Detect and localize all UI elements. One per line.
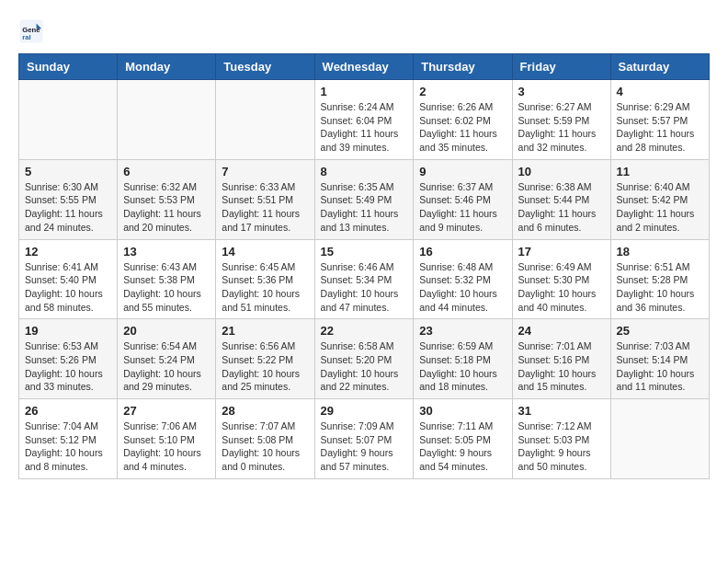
day-info: Sunrise: 6:29 AM Sunset: 5:57 PM Dayligh… bbox=[617, 100, 703, 155]
day-info: Sunrise: 7:01 AM Sunset: 5:16 PM Dayligh… bbox=[518, 339, 605, 394]
calendar-cell bbox=[118, 80, 216, 160]
calendar-cell bbox=[19, 80, 118, 160]
calendar-cell: 5Sunrise: 6:30 AM Sunset: 5:55 PM Daylig… bbox=[19, 159, 118, 239]
day-info: Sunrise: 6:27 AM Sunset: 5:59 PM Dayligh… bbox=[518, 100, 605, 155]
day-number: 17 bbox=[518, 245, 605, 259]
day-info: Sunrise: 6:26 AM Sunset: 6:02 PM Dayligh… bbox=[419, 100, 506, 155]
day-info: Sunrise: 7:07 AM Sunset: 5:08 PM Dayligh… bbox=[222, 419, 308, 474]
day-number: 21 bbox=[222, 324, 308, 338]
calendar-week-row: 19Sunrise: 6:53 AM Sunset: 5:26 PM Dayli… bbox=[19, 319, 710, 399]
svg-text:ral: ral bbox=[22, 33, 30, 41]
calendar-week-row: 1Sunrise: 6:24 AM Sunset: 6:04 PM Daylig… bbox=[19, 80, 710, 160]
day-info: Sunrise: 6:41 AM Sunset: 5:40 PM Dayligh… bbox=[25, 260, 111, 315]
day-number: 19 bbox=[25, 324, 111, 338]
calendar-cell: 19Sunrise: 6:53 AM Sunset: 5:26 PM Dayli… bbox=[19, 319, 118, 399]
day-number: 2 bbox=[419, 85, 506, 98]
weekday-header-tuesday: Tuesday bbox=[216, 54, 314, 80]
weekday-header-monday: Monday bbox=[118, 54, 216, 80]
day-number: 10 bbox=[518, 165, 605, 178]
day-number: 24 bbox=[518, 324, 605, 338]
day-number: 1 bbox=[321, 85, 408, 98]
day-info: Sunrise: 6:43 AM Sunset: 5:38 PM Dayligh… bbox=[123, 260, 210, 315]
calendar-cell: 6Sunrise: 6:32 AM Sunset: 5:53 PM Daylig… bbox=[118, 159, 216, 239]
calendar-cell: 10Sunrise: 6:38 AM Sunset: 5:44 PM Dayli… bbox=[512, 159, 610, 239]
day-number: 31 bbox=[518, 404, 605, 418]
calendar-cell: 20Sunrise: 6:54 AM Sunset: 5:24 PM Dayli… bbox=[118, 319, 216, 399]
day-info: Sunrise: 6:37 AM Sunset: 5:46 PM Dayligh… bbox=[419, 180, 506, 235]
calendar-cell: 29Sunrise: 7:09 AM Sunset: 5:07 PM Dayli… bbox=[314, 399, 414, 479]
calendar-week-row: 12Sunrise: 6:41 AM Sunset: 5:40 PM Dayli… bbox=[19, 239, 710, 319]
day-info: Sunrise: 7:03 AM Sunset: 5:14 PM Dayligh… bbox=[617, 339, 703, 394]
logo-icon: Gene ral bbox=[18, 18, 44, 44]
day-info: Sunrise: 6:59 AM Sunset: 5:18 PM Dayligh… bbox=[419, 339, 506, 394]
day-number: 26 bbox=[25, 404, 111, 418]
calendar-cell: 1Sunrise: 6:24 AM Sunset: 6:04 PM Daylig… bbox=[314, 80, 414, 160]
day-info: Sunrise: 6:33 AM Sunset: 5:51 PM Dayligh… bbox=[222, 180, 308, 235]
day-info: Sunrise: 6:53 AM Sunset: 5:26 PM Dayligh… bbox=[25, 339, 111, 394]
day-number: 25 bbox=[617, 324, 703, 338]
day-info: Sunrise: 6:30 AM Sunset: 5:55 PM Dayligh… bbox=[25, 180, 111, 235]
weekday-header-row: SundayMondayTuesdayWednesdayThursdayFrid… bbox=[19, 54, 710, 80]
calendar-cell: 2Sunrise: 6:26 AM Sunset: 6:02 PM Daylig… bbox=[414, 80, 512, 160]
day-number: 5 bbox=[25, 165, 111, 178]
day-info: Sunrise: 6:56 AM Sunset: 5:22 PM Dayligh… bbox=[222, 339, 308, 394]
day-info: Sunrise: 6:24 AM Sunset: 6:04 PM Dayligh… bbox=[321, 100, 408, 155]
day-number: 29 bbox=[321, 404, 408, 418]
day-info: Sunrise: 7:04 AM Sunset: 5:12 PM Dayligh… bbox=[25, 419, 111, 474]
calendar-cell: 16Sunrise: 6:48 AM Sunset: 5:32 PM Dayli… bbox=[414, 239, 512, 319]
calendar-cell: 9Sunrise: 6:37 AM Sunset: 5:46 PM Daylig… bbox=[414, 159, 512, 239]
day-info: Sunrise: 6:48 AM Sunset: 5:32 PM Dayligh… bbox=[419, 260, 506, 315]
weekday-header-friday: Friday bbox=[512, 54, 610, 80]
day-info: Sunrise: 7:12 AM Sunset: 5:03 PM Dayligh… bbox=[518, 419, 605, 474]
calendar-cell bbox=[216, 80, 314, 160]
logo: Gene ral bbox=[18, 18, 46, 44]
weekday-header-sunday: Sunday bbox=[19, 54, 118, 80]
day-number: 11 bbox=[617, 165, 703, 178]
day-info: Sunrise: 6:49 AM Sunset: 5:30 PM Dayligh… bbox=[518, 260, 605, 315]
day-info: Sunrise: 7:11 AM Sunset: 5:05 PM Dayligh… bbox=[419, 419, 506, 474]
day-info: Sunrise: 6:45 AM Sunset: 5:36 PM Dayligh… bbox=[222, 260, 308, 315]
day-number: 4 bbox=[617, 85, 703, 98]
calendar-cell: 25Sunrise: 7:03 AM Sunset: 5:14 PM Dayli… bbox=[610, 319, 709, 399]
calendar-cell bbox=[610, 399, 709, 479]
calendar-cell: 7Sunrise: 6:33 AM Sunset: 5:51 PM Daylig… bbox=[216, 159, 314, 239]
calendar-cell: 18Sunrise: 6:51 AM Sunset: 5:28 PM Dayli… bbox=[610, 239, 709, 319]
day-info: Sunrise: 6:32 AM Sunset: 5:53 PM Dayligh… bbox=[123, 180, 210, 235]
calendar-cell: 3Sunrise: 6:27 AM Sunset: 5:59 PM Daylig… bbox=[512, 80, 610, 160]
day-number: 22 bbox=[321, 324, 408, 338]
day-number: 13 bbox=[123, 245, 210, 259]
calendar-cell: 30Sunrise: 7:11 AM Sunset: 5:05 PM Dayli… bbox=[414, 399, 512, 479]
day-info: Sunrise: 6:46 AM Sunset: 5:34 PM Dayligh… bbox=[321, 260, 408, 315]
calendar-week-row: 26Sunrise: 7:04 AM Sunset: 5:12 PM Dayli… bbox=[19, 399, 710, 479]
calendar-cell: 14Sunrise: 6:45 AM Sunset: 5:36 PM Dayli… bbox=[216, 239, 314, 319]
calendar-table: SundayMondayTuesdayWednesdayThursdayFrid… bbox=[18, 53, 710, 479]
day-number: 9 bbox=[419, 165, 506, 178]
day-number: 20 bbox=[123, 324, 210, 338]
calendar-cell: 22Sunrise: 6:58 AM Sunset: 5:20 PM Dayli… bbox=[314, 319, 414, 399]
day-number: 15 bbox=[321, 245, 408, 259]
day-number: 12 bbox=[25, 245, 111, 259]
day-info: Sunrise: 6:40 AM Sunset: 5:42 PM Dayligh… bbox=[617, 180, 703, 235]
header: Gene ral bbox=[18, 18, 710, 44]
day-info: Sunrise: 6:38 AM Sunset: 5:44 PM Dayligh… bbox=[518, 180, 605, 235]
day-number: 18 bbox=[617, 245, 703, 259]
calendar-cell: 4Sunrise: 6:29 AM Sunset: 5:57 PM Daylig… bbox=[610, 80, 709, 160]
calendar-cell: 8Sunrise: 6:35 AM Sunset: 5:49 PM Daylig… bbox=[314, 159, 414, 239]
day-info: Sunrise: 7:06 AM Sunset: 5:10 PM Dayligh… bbox=[123, 419, 210, 474]
day-number: 30 bbox=[419, 404, 506, 418]
day-number: 7 bbox=[222, 165, 308, 178]
calendar-cell: 11Sunrise: 6:40 AM Sunset: 5:42 PM Dayli… bbox=[610, 159, 709, 239]
calendar-cell: 31Sunrise: 7:12 AM Sunset: 5:03 PM Dayli… bbox=[512, 399, 610, 479]
calendar-cell: 24Sunrise: 7:01 AM Sunset: 5:16 PM Dayli… bbox=[512, 319, 610, 399]
day-number: 6 bbox=[123, 165, 210, 178]
day-info: Sunrise: 7:09 AM Sunset: 5:07 PM Dayligh… bbox=[321, 419, 408, 474]
calendar-cell: 21Sunrise: 6:56 AM Sunset: 5:22 PM Dayli… bbox=[216, 319, 314, 399]
day-number: 8 bbox=[321, 165, 408, 178]
weekday-header-thursday: Thursday bbox=[414, 54, 512, 80]
day-number: 27 bbox=[123, 404, 210, 418]
day-number: 16 bbox=[419, 245, 506, 259]
day-number: 28 bbox=[222, 404, 308, 418]
calendar-week-row: 5Sunrise: 6:30 AM Sunset: 5:55 PM Daylig… bbox=[19, 159, 710, 239]
weekday-header-saturday: Saturday bbox=[610, 54, 709, 80]
calendar-cell: 12Sunrise: 6:41 AM Sunset: 5:40 PM Dayli… bbox=[19, 239, 118, 319]
